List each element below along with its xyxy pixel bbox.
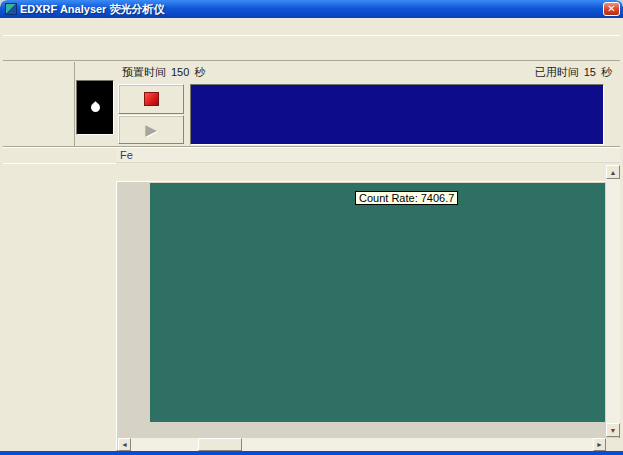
horizontal-scrollbar[interactable]: ◄ ► <box>118 438 606 451</box>
sidebar <box>3 148 116 451</box>
title-bar[interactable]: EDXRF Analyser 荧光分析仪 ✕ <box>0 0 623 18</box>
close-button[interactable]: ✕ <box>603 2 620 16</box>
acquisition-status-row: 预置时间 150 秒 已用时间 15 秒 <box>116 62 620 82</box>
live-spectrum-display[interactable] <box>190 84 604 145</box>
elapsed-time-unit: 秒 <box>601 65 612 80</box>
menu-bar <box>3 18 620 35</box>
toolbar <box>3 35 620 61</box>
sidebar-tabs <box>3 148 116 164</box>
element-bar: Fe <box>116 148 620 163</box>
window-title: EDXRF Analyser 荧光分析仪 <box>20 2 164 17</box>
live-spectrum-svg <box>191 85 603 144</box>
water-drop-icon <box>89 101 102 114</box>
elapsed-time-label: 已用时间 <box>535 65 579 80</box>
main-panel: Fe Count Rate: 7406.7 ◄ ► ▲ ▼ <box>116 148 620 451</box>
stop-icon <box>144 92 159 106</box>
stop-button[interactable] <box>118 84 184 114</box>
sample-indicator <box>76 80 114 135</box>
app-icon <box>5 3 17 15</box>
preset-time-label: 预置时间 <box>122 65 166 80</box>
preset-time-value: 150 <box>171 66 189 78</box>
preset-time-unit: 秒 <box>194 65 205 80</box>
count-rate-tooltip: Count Rate: 7406.7 <box>355 191 458 205</box>
elapsed-time-value: 15 <box>584 66 596 78</box>
chart-tabs <box>116 163 620 181</box>
spectrum-chart[interactable]: Count Rate: 7406.7 <box>150 183 605 422</box>
window-border <box>0 451 623 455</box>
horizontal-scroll-thumb[interactable] <box>198 438 242 451</box>
app-window: EDXRF Analyser 荧光分析仪 ✕ ▶ 预置时间 150 秒 已用时间… <box>0 0 623 455</box>
start-button[interactable]: ▶ <box>118 115 184 144</box>
spectrum-display-buttons <box>605 84 622 145</box>
vertical-scrollbar[interactable]: ▲ ▼ <box>606 165 620 437</box>
y-axis-ruler <box>118 183 150 422</box>
scroll-left-button[interactable]: ◄ <box>118 438 131 451</box>
instrument-button-panel <box>3 62 75 146</box>
element-label: Fe <box>120 149 133 161</box>
scroll-up-button[interactable]: ▲ <box>606 165 620 179</box>
x-axis-ruler <box>118 422 606 437</box>
scroll-right-button[interactable]: ► <box>593 438 606 451</box>
scroll-down-button[interactable]: ▼ <box>606 423 620 437</box>
spectrum-chart-svg <box>150 183 605 422</box>
play-icon: ▶ <box>145 121 157 139</box>
scrollbar-corner <box>606 438 620 451</box>
lines-table <box>3 358 116 450</box>
